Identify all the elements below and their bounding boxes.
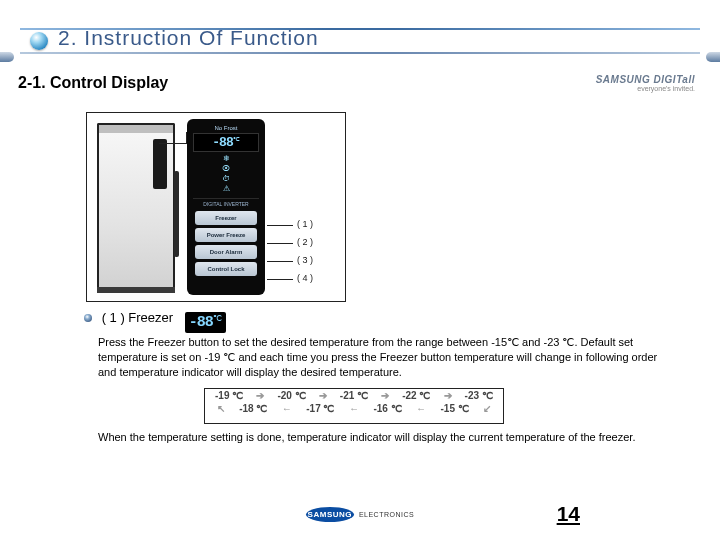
leader-4 [267,279,293,280]
panel-button-freezer: Freezer [195,211,257,225]
leader-2 [267,243,293,244]
seq-t2: -21 ℃ [340,390,368,401]
panel-temp-unit: ℃ [233,136,240,142]
bullet-icon [84,314,92,322]
seq-t1: -20 ℃ [277,390,305,401]
marker-2: ( 2 ) [297,237,313,247]
seq-b2: -16 ℃ [373,403,401,414]
marker-1: ( 1 ) [297,219,313,229]
inline-temp-display: -88℃ [185,312,226,333]
item-note: When the temperature setting is done, te… [98,430,664,445]
page-number: 14 [557,502,580,526]
control-panel-icon: No Frost -88℃ ❄⦿⏱⚠ DIGITAL INVERTER Free… [187,119,265,295]
page-title: 2. Instruction Of Function [58,26,319,50]
footer-brand-mark: SAMSUNG [306,507,354,522]
leader-1 [267,225,293,226]
seq-t4: -23 ℃ [465,390,493,401]
panel-button-door-alarm: Door Alarm [195,245,257,259]
slide: 2. Instruction Of Function 2-1. Control … [0,0,720,540]
header-bullet-icon [30,32,48,50]
arrow-icon: ➔ [256,390,264,401]
panel-temp-display: -88℃ [193,133,259,152]
marker-4: ( 4 ) [297,273,313,283]
footer-logo: SAMSUNG ELECTRONICS [0,507,720,522]
brand-line2: everyone's invited. [565,85,695,92]
leader-3 [267,261,293,262]
arrow-icon: ➔ [319,390,327,401]
seq-row-top: -19 ℃➔ -20 ℃➔ -21 ℃➔ -22 ℃➔ -23 ℃ [205,389,503,402]
seq-b1: -17 ℃ [306,403,334,414]
fridge-handle [174,171,179,257]
panel-status-icons: ❄⦿⏱⚠ [193,154,259,194]
inline-temp-unit: ℃ [213,314,222,323]
seq-b0: -18 ℃ [239,403,267,414]
marker-3: ( 3 ) [297,255,313,265]
arrow-left-icon: ← [349,403,359,414]
panel-brand: DIGITAL INVERTER [193,198,259,207]
item-label: ( 1 ) Freezer [102,310,174,325]
header-rule-bottom [20,52,700,54]
figure-control-display: No Frost -88℃ ❄⦿⏱⚠ DIGITAL INVERTER Free… [86,112,346,302]
footer-brand-sub: ELECTRONICS [359,511,414,518]
body-section: ( 1 ) Freezer -88℃ Press the Freezer but… [84,310,664,445]
seq-t0: -19 ℃ [215,390,243,401]
fridge-leader-line [159,143,187,144]
item-heading: ( 1 ) Freezer -88℃ [84,310,664,333]
panel-top-label: No Frost [193,125,259,131]
panel-button-power-freeze: Power Freeze [195,228,257,242]
arrow-icon: ➔ [381,390,389,401]
brand-line1: SAMSUNG DIGITall [565,74,695,85]
arrow-left-icon: ← [416,403,426,414]
brand-logo: SAMSUNG DIGITall everyone's invited. [565,74,695,92]
arrow-up-icon: ↖ [217,403,225,414]
item-paragraph: Press the Freezer button to set the desi… [98,335,664,380]
seq-b3: -15 ℃ [440,403,468,414]
inline-temp-digits: -88 [189,314,213,331]
fridge-panel [153,139,167,189]
panel-button-control-lock: Control Lock [195,262,257,276]
seq-t3: -22 ℃ [402,390,430,401]
fridge-top [97,123,175,133]
subsection-title: 2-1. Control Display [18,74,168,92]
seq-row-bottom: ↖ -18 ℃← -17 ℃← -16 ℃← -15 ℃ ↙ [205,402,503,415]
arrow-left-icon: ← [282,403,292,414]
fridge-base [97,287,175,293]
header-bar: 2. Instruction Of Function [0,28,720,58]
arrow-down-icon: ↙ [483,403,491,414]
temperature-sequence: -19 ℃➔ -20 ℃➔ -21 ℃➔ -22 ℃➔ -23 ℃ ↖ -18 … [204,388,504,424]
fridge-icon [97,131,175,289]
panel-temp-digits: -88 [212,135,232,150]
arrow-icon: ➔ [444,390,452,401]
